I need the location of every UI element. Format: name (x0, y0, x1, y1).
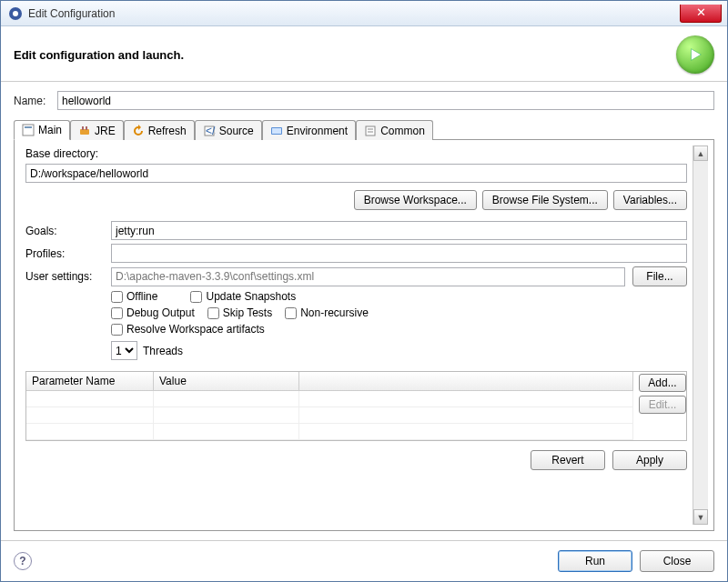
svg-text:</>: </> (206, 125, 216, 137)
main-tab-panel: Base directory: Browse Workspace... Brow… (20, 146, 693, 525)
file-button[interactable]: File... (632, 266, 687, 286)
source-tab-icon: </> (203, 125, 216, 137)
svg-rect-12 (366, 126, 375, 135)
table-row[interactable] (26, 391, 633, 407)
profiles-label: Profiles: (25, 247, 104, 260)
non-recursive-checkbox[interactable]: Non-recursive (285, 306, 369, 319)
tab-jre[interactable]: JRE (70, 120, 124, 140)
window-title: Edit Configuration (28, 7, 680, 20)
threads-label: Threads (143, 345, 183, 357)
svg-rect-3 (23, 125, 34, 135)
dialog-heading: Edit configuration and launch. (14, 48, 676, 62)
goals-label: Goals: (25, 225, 104, 237)
run-icon (676, 35, 714, 74)
table-row[interactable] (26, 407, 633, 424)
svg-rect-6 (82, 126, 84, 130)
svg-point-1 (13, 11, 18, 16)
refresh-tab-icon (132, 125, 145, 137)
table-row[interactable] (26, 424, 633, 440)
goals-input[interactable] (111, 221, 687, 240)
tab-common[interactable]: Common (356, 120, 433, 140)
svg-rect-4 (25, 126, 32, 128)
common-tab-icon (364, 125, 377, 137)
scroll-down-arrow[interactable]: ▼ (693, 509, 708, 525)
window-close-button[interactable]: ✕ (680, 5, 722, 23)
threads-select[interactable]: 1 (111, 341, 137, 360)
browse-filesystem-button[interactable]: Browse File System... (482, 190, 608, 210)
base-dir-input[interactable] (25, 164, 687, 183)
svg-marker-2 (692, 49, 702, 61)
dialog-body: Name: Main JRE Refresh </> Source E (1, 82, 727, 540)
run-button[interactable]: Run (558, 550, 632, 572)
app-icon (8, 6, 23, 21)
user-settings-label: User settings: (25, 270, 104, 283)
titlebar[interactable]: Edit Configuration ✕ (1, 1, 727, 26)
edit-parameter-button: Edit... (639, 396, 686, 414)
environment-tab-icon (270, 125, 283, 137)
skip-tests-checkbox[interactable]: Skip Tests (207, 306, 272, 319)
update-snapshots-checkbox[interactable]: Update Snapshots (190, 290, 296, 303)
user-settings-input[interactable] (111, 267, 625, 286)
col-rest[interactable] (299, 372, 633, 390)
help-icon[interactable]: ? (14, 552, 32, 570)
scroll-up-arrow[interactable]: ▲ (693, 146, 708, 161)
main-tab-icon (22, 124, 35, 136)
profiles-input[interactable] (111, 244, 687, 263)
dialog-header: Edit configuration and launch. (1, 26, 727, 82)
tab-content: Base directory: Browse Workspace... Brow… (14, 140, 714, 531)
apply-button[interactable]: Apply (612, 450, 687, 470)
resolve-workspace-checkbox[interactable]: Resolve Workspace artifacts (111, 323, 265, 336)
table-body[interactable] (26, 391, 633, 440)
tab-source[interactable]: </> Source (195, 120, 262, 140)
close-button[interactable]: Close (640, 550, 714, 572)
tab-label: Common (380, 125, 425, 137)
debug-output-checkbox[interactable]: Debug Output (111, 306, 195, 319)
svg-rect-11 (272, 128, 281, 134)
jre-tab-icon (78, 125, 91, 137)
col-parameter-name[interactable]: Parameter Name (26, 372, 154, 390)
revert-button[interactable]: Revert (531, 450, 605, 470)
tab-label: Source (219, 125, 254, 137)
tab-refresh[interactable]: Refresh (124, 120, 195, 140)
add-parameter-button[interactable]: Add... (639, 374, 686, 392)
variables-button[interactable]: Variables... (613, 190, 687, 210)
name-label: Name: (14, 95, 57, 107)
parameter-table: Parameter Name Value Add... Edit... (25, 371, 687, 441)
tab-bar: Main JRE Refresh </> Source Environment … (14, 119, 714, 140)
tab-label: Refresh (148, 125, 187, 137)
vertical-scrollbar[interactable]: ▲ ▼ (693, 146, 708, 525)
dialog-footer: ? Run Close (1, 540, 727, 581)
tab-label: JRE (95, 125, 116, 137)
tab-label: Environment (287, 125, 348, 137)
base-dir-label: Base directory: (25, 147, 693, 160)
tab-environment[interactable]: Environment (262, 120, 356, 140)
col-value[interactable]: Value (154, 372, 299, 390)
offline-checkbox[interactable]: Offline (111, 290, 157, 303)
svg-rect-5 (80, 129, 89, 135)
svg-rect-7 (86, 126, 87, 130)
tab-main[interactable]: Main (14, 120, 70, 140)
browse-workspace-button[interactable]: Browse Workspace... (354, 190, 477, 210)
dialog-window: Edit Configuration ✕ Edit configuration … (0, 0, 728, 582)
name-input[interactable] (57, 91, 714, 110)
tab-label: Main (38, 124, 62, 136)
